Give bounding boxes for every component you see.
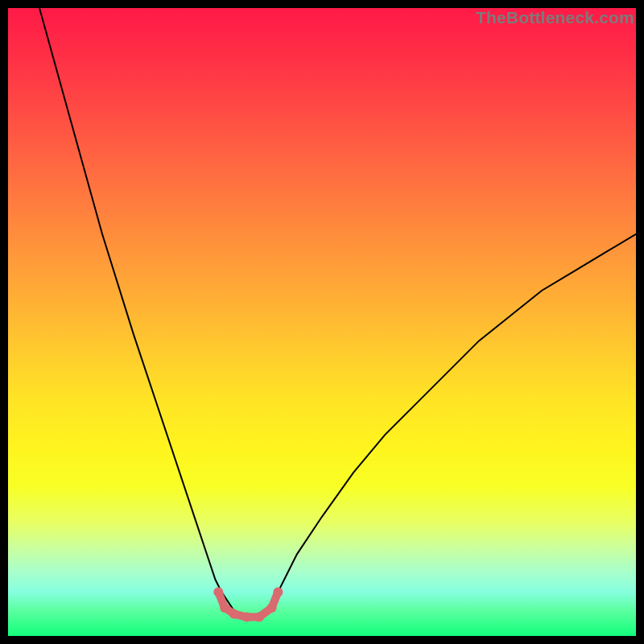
trough-dot: [267, 603, 277, 613]
plot-area: [8, 8, 636, 636]
trough-dot: [254, 613, 264, 622]
trough-dot: [220, 603, 229, 613]
trough-dot: [242, 613, 251, 622]
trough-dot: [273, 587, 283, 597]
curve-layer: [8, 8, 636, 636]
trough-dot: [213, 587, 223, 597]
chart-stage: TheBottleneck.com: [0, 0, 644, 644]
trough-marker-dots: [213, 587, 283, 621]
bottleneck-curve: [39, 8, 636, 617]
trough-dot: [229, 609, 239, 619]
